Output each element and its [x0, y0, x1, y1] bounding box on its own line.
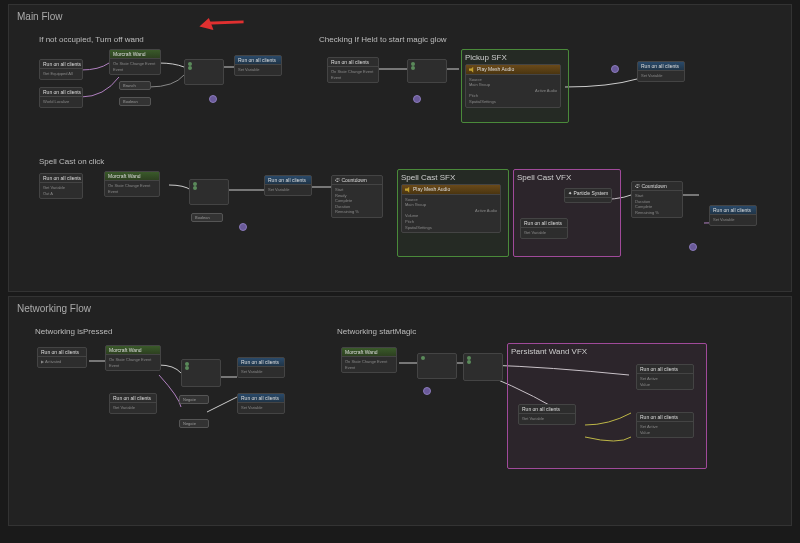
get-variable-node-vfx[interactable]: Run on all clients Get Variable	[520, 218, 568, 239]
pickup-sfx-group[interactable]: Pickup SFX Play Mesh Audio Source Main G…	[461, 49, 569, 123]
set-active-node-2[interactable]: Run on all clients Set ActiveValue	[636, 412, 694, 438]
world-localize-node[interactable]: Run on all clients World Localize	[39, 87, 83, 108]
node-header: Run on all clients	[328, 58, 378, 67]
occupied-label: If not occupied, Turn off wand	[39, 35, 144, 44]
morcraft-event-node[interactable]: Morcraft Wand On State Change EventEvent	[109, 49, 161, 75]
set-variable-node-1[interactable]: Run on all clients Set Variable	[234, 55, 282, 76]
boolean-node-1[interactable]: Boolean	[119, 97, 151, 106]
node-header: Run on all clients	[235, 56, 281, 65]
pickup-sfx-title: Pickup SFX	[465, 53, 565, 64]
networking-flow-title: Networking Flow	[13, 301, 787, 320]
boolean-node-r2[interactable]: Boolean	[191, 213, 223, 222]
get-equipped-node[interactable]: Run on all clients Get Equipped All	[39, 59, 83, 80]
branch-node-1[interactable]: Branch	[119, 81, 151, 90]
set-variable-node-r2[interactable]: Run on all clients Set Variable	[264, 175, 312, 196]
persist-wand-vfx-title: Persistant Wand VFX	[511, 347, 703, 358]
morcraft-event-node-net1[interactable]: Morcraft Wand On State Change EventEvent	[105, 345, 161, 371]
reroute-dot-r2[interactable]	[239, 223, 247, 231]
split-node-net2a[interactable]	[417, 353, 457, 379]
checking-label: Checking If Held to start magic glow	[319, 35, 447, 44]
speaker-icon	[405, 187, 411, 193]
spell-cast-sfx-title: Spell Cast SFX	[401, 173, 505, 184]
play-audio-node-1[interactable]: Play Mesh Audio Source Main Group Active…	[465, 64, 561, 108]
morcraft-event-node-net2[interactable]: Morcraft Wand On State Change EventEvent	[341, 347, 397, 373]
set-variable-node-r2end[interactable]: Run on all clients Set Variable	[709, 205, 757, 226]
activated-node[interactable]: Run on all clients ▶ Activated	[37, 347, 87, 368]
set-variable-node-net1b[interactable]: Run on all clients Set Variable	[237, 393, 285, 414]
split-node-1[interactable]	[184, 59, 224, 85]
get-variable-node-r2a[interactable]: Run on all clients Get VariableOut A	[39, 173, 83, 199]
persist-wand-vfx-group[interactable]: Persistant Wand VFX Run on all clients G…	[507, 343, 707, 469]
reroute-dot-r2b[interactable]	[689, 243, 697, 251]
get-variable-node-vfx2[interactable]: Run on all clients Get Variable	[518, 404, 576, 425]
countdown-node-r2b[interactable]: ⏱ Countdown Start Duration Complete Rema…	[631, 181, 683, 218]
spell-cast-vfx-title: Spell Cast VFX	[517, 173, 617, 184]
particle-system-node[interactable]: ✦ Particle System	[564, 188, 612, 203]
net-pressed-label: Networking isPressed	[35, 327, 112, 336]
split-node-net1[interactable]	[181, 359, 221, 387]
set-variable-node-2[interactable]: Run on all clients Set Variable	[637, 61, 685, 82]
play-audio-node-2[interactable]: Play Mesh Audio Source Main Group Active…	[401, 184, 501, 233]
set-variable-node-net1a[interactable]: Run on all clients Set Variable	[237, 357, 285, 378]
reroute-dot-1[interactable]	[209, 95, 217, 103]
node-header: Run on all clients	[40, 88, 82, 97]
countdown-node-r2a[interactable]: ⏱ Countdown Start Ready Complete Duratio…	[331, 175, 383, 218]
split-node-r2[interactable]	[189, 179, 229, 205]
checking-event-node[interactable]: Run on all clients On State Change Event…	[327, 57, 379, 83]
spell-cast-label: Spell Cast on click	[39, 157, 104, 166]
spell-cast-sfx-group[interactable]: Spell Cast SFX Play Mesh Audio Source Ma…	[397, 169, 509, 257]
speaker-icon	[469, 67, 475, 73]
split-node-net2b[interactable]	[463, 353, 503, 381]
node-header: Run on all clients	[40, 60, 82, 69]
reroute-dot-2[interactable]	[413, 95, 421, 103]
spell-cast-vfx-group[interactable]: Spell Cast VFX ✦ Particle System Run on …	[513, 169, 621, 257]
negate-node-1[interactable]: Negate	[179, 395, 209, 404]
set-active-node-1[interactable]: Run on all clients Set ActiveValue	[636, 364, 694, 390]
net-startmagic-label: Networking startMagic	[337, 327, 416, 336]
node-label: World Localize	[43, 99, 69, 104]
reroute-dot-3[interactable]	[611, 65, 619, 73]
node-header: Run on all clients	[638, 62, 684, 71]
node-header: Play Mesh Audio	[466, 65, 560, 75]
main-flow-section: Main Flow If not occupied, Turn off wand…	[8, 4, 792, 292]
get-variable-node-net1[interactable]: Run on all clients Get Variable	[109, 393, 157, 414]
networking-flow-section: Networking Flow Networking isPressed Net…	[8, 296, 792, 526]
morcraft-event-node-r2[interactable]: Morcraft Wand On State Change EventEvent	[104, 171, 160, 197]
reroute-dot-net2[interactable]	[423, 387, 431, 395]
node-header: Morcraft Wand	[110, 50, 160, 59]
main-flow-title: Main Flow	[13, 9, 787, 28]
node-label: Get Equipped All	[43, 71, 73, 76]
negate-node-2[interactable]: Negate	[179, 419, 209, 428]
split-node-2[interactable]	[407, 59, 447, 83]
